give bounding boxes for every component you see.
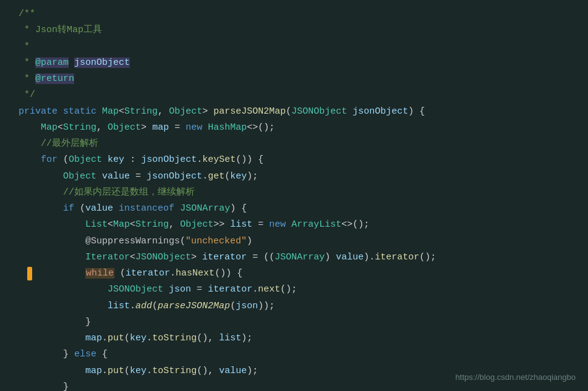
code-line-1: /** [19,6,576,22]
code-line-16: Iterator<JSONObject> iterator = ((JSONAr… [19,250,576,266]
code-line-15: @SuppressWarnings("unchecked") [19,233,576,250]
code-line-14: List<Map<String, Object>> list = new Arr… [19,217,576,233]
code-line-20: } [19,314,576,330]
line-marker [27,267,32,280]
code-line-7: private static Map<String, Object> parse… [19,104,576,120]
code-line-17: while (iterator.hasNext()) { [19,266,576,282]
code-line-17-container: while (iterator.hasNext()) { [19,266,576,282]
code-line-12: //如果内层还是数组，继续解析 [19,185,576,201]
code-line-18: JSONObject json = iterator.next(); [19,282,576,298]
code-line-22: } else { [19,347,576,363]
code-line-6: */ [19,87,576,103]
code-line-4: * @param jsonObject [19,55,576,71]
code-line-13: if (value instanceof JSONArray) { [19,201,576,217]
code-line-21: map.put(key.toString(), list); [19,330,576,347]
code-line-9: //最外层解析 [19,136,576,152]
code-line-19: list.add(parseJSON2Map(json)); [19,298,576,314]
code-line-5: * @return [19,71,576,87]
code-line-2: * Json转Map工具 [19,22,576,38]
watermark-url: https://blog.csdn.net/zhaoqiangbo [456,371,576,385]
code-editor: /** * Json转Map工具 * * @param jsonObject *… [0,0,588,391]
code-line-11: Object value = jsonObject.get(key); [19,169,576,185]
code-line-3: * [19,39,576,55]
code-line-10: for (Object key : jsonObject.keySet()) { [19,152,576,168]
code-line-8: Map<String, Object> map = new HashMap<>(… [19,120,576,136]
